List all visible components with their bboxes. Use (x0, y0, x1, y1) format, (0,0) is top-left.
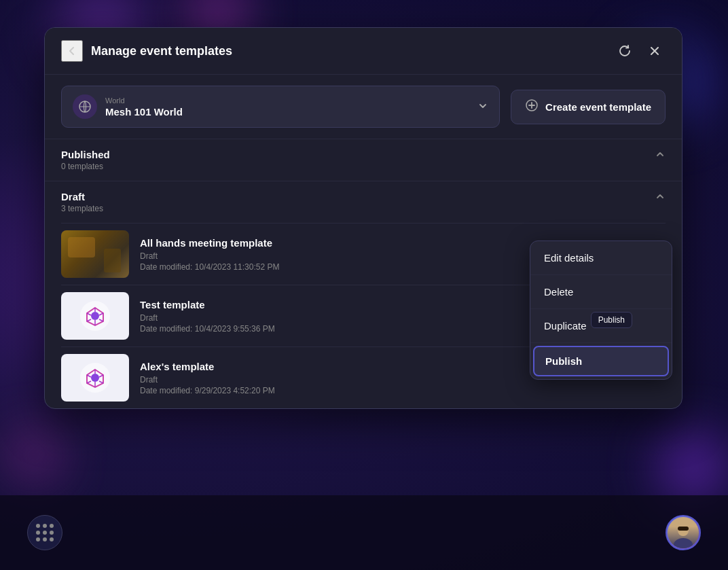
world-section: World Mesh 101 World Create event templa… (45, 75, 682, 139)
draft-chevron-icon (655, 191, 666, 204)
world-icon (73, 94, 97, 119)
template-thumbnail (61, 230, 129, 278)
world-label: World (105, 96, 469, 105)
draft-section-info: Draft 3 templates (61, 191, 103, 213)
template-date: Date modified: 9/29/2023 4:52:20 PM (140, 386, 666, 395)
published-count: 0 templates (61, 162, 110, 171)
dot (50, 537, 54, 541)
dot (36, 524, 40, 528)
refresh-button[interactable] (614, 40, 636, 62)
svg-rect-8 (678, 527, 689, 531)
published-chevron-icon (655, 149, 666, 162)
modal-header: Manage event templates (45, 28, 682, 75)
dot (43, 524, 47, 528)
allhands-thumbnail-image (61, 230, 129, 278)
header-actions (614, 40, 666, 62)
dot (43, 531, 47, 535)
dots-grid-icon (36, 524, 54, 541)
bg-decoration-5 (14, 434, 54, 475)
logo-thumbnail-image (61, 354, 129, 402)
published-title: Published (61, 149, 110, 160)
edit-details-item[interactable]: Edit details (530, 241, 672, 275)
back-button[interactable] (61, 40, 83, 62)
avatar (668, 517, 699, 548)
dot (50, 524, 54, 528)
template-thumbnail (61, 292, 129, 340)
manage-templates-modal: Manage event templates (44, 27, 682, 409)
published-section-info: Published 0 templates (61, 149, 110, 171)
draft-count: 3 templates (61, 204, 103, 213)
modal-title: Manage event templates (91, 44, 614, 58)
dot (50, 531, 54, 535)
create-template-label: Create event template (545, 101, 651, 113)
dot (36, 537, 40, 541)
bg-decoration-4 (660, 434, 728, 502)
svg-point-3 (91, 312, 99, 320)
context-menu: Edit details Delete Duplicate Publish Pu… (530, 241, 672, 380)
published-section-header[interactable]: Published 0 templates (45, 139, 682, 181)
templates-list: All hands meeting template Draft Date mo… (45, 223, 682, 408)
template-item: All hands meeting template Draft Date mo… (61, 223, 666, 285)
create-template-button[interactable]: Create event template (511, 90, 666, 124)
user-avatar-button[interactable] (666, 515, 701, 550)
chevron-down-icon (477, 101, 488, 113)
delete-item[interactable]: Delete (530, 275, 672, 309)
template-thumbnail (61, 354, 129, 402)
close-button[interactable] (644, 40, 666, 62)
dot (36, 531, 40, 535)
publish-tooltip: Publish (591, 312, 632, 328)
publish-item[interactable]: Publish (533, 346, 669, 376)
apps-button[interactable] (27, 515, 62, 550)
plus-circle-icon (525, 99, 539, 115)
draft-title: Draft (61, 191, 103, 202)
draft-section-header[interactable]: Draft 3 templates (45, 181, 682, 223)
dot (43, 537, 47, 541)
world-selector[interactable]: World Mesh 101 World (61, 86, 500, 128)
duplicate-item[interactable]: Duplicate Publish (530, 309, 672, 343)
world-name: Mesh 101 World (105, 106, 469, 118)
logo-thumbnail-image (61, 292, 129, 340)
svg-point-7 (674, 538, 693, 548)
svg-point-5 (91, 374, 99, 382)
world-info: World Mesh 101 World (105, 96, 469, 118)
bottom-bar (0, 495, 728, 570)
